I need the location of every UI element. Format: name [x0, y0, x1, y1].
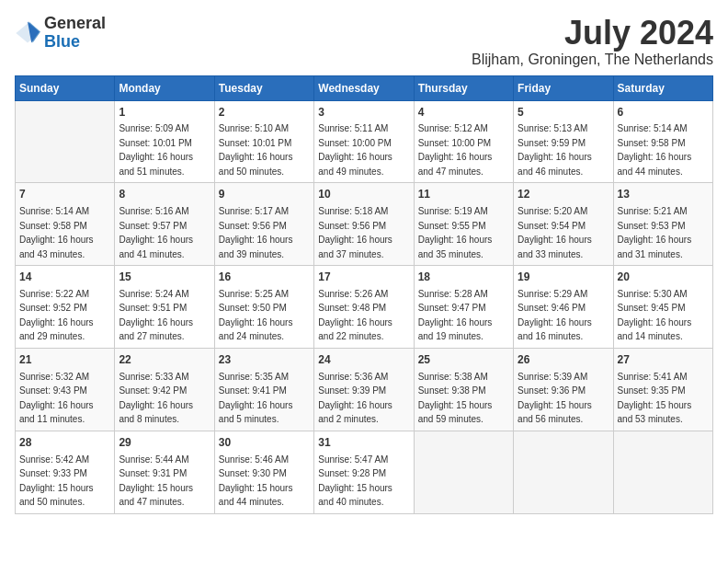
day-cell: 3Sunrise: 5:11 AMSunset: 10:00 PMDayligh… [314, 100, 414, 183]
day-info: Sunrise: 5:30 AMSunset: 9:45 PMDaylight:… [618, 289, 692, 342]
day-info: Sunrise: 5:14 AMSunset: 9:58 PMDaylight:… [19, 206, 94, 259]
day-number: 18 [418, 270, 509, 285]
header-day-thursday: Thursday [414, 75, 513, 100]
day-number: 25 [418, 352, 509, 368]
logo-text-group: General Blue [44, 15, 106, 52]
day-cell [514, 431, 613, 513]
day-number: 19 [518, 270, 609, 285]
day-info: Sunrise: 5:14 AMSunset: 9:58 PMDaylight:… [618, 123, 692, 177]
day-cell: 25Sunrise: 5:38 AMSunset: 9:38 PMDayligh… [414, 348, 513, 431]
header-day-monday: Monday [115, 75, 214, 100]
day-info: Sunrise: 5:29 AMSunset: 9:46 PMDaylight:… [518, 289, 592, 342]
day-number: 8 [119, 187, 210, 202]
day-number: 9 [219, 187, 310, 202]
day-number: 6 [618, 105, 709, 121]
day-number: 26 [518, 352, 609, 368]
day-number: 14 [19, 270, 110, 285]
day-number: 17 [318, 270, 409, 285]
day-number: 22 [119, 352, 210, 368]
day-info: Sunrise: 5:25 AMSunset: 9:50 PMDaylight:… [219, 289, 293, 342]
day-info: Sunrise: 5:46 AMSunset: 9:30 PMDaylight:… [219, 454, 293, 508]
day-info: Sunrise: 5:16 AMSunset: 9:57 PMDaylight:… [119, 206, 193, 259]
header-day-sunday: Sunday [16, 75, 115, 100]
day-cell: 16Sunrise: 5:25 AMSunset: 9:50 PMDayligh… [214, 266, 313, 349]
day-number: 21 [19, 352, 110, 368]
day-cell: 6Sunrise: 5:14 AMSunset: 9:58 PMDaylight… [613, 100, 712, 183]
day-cell: 7Sunrise: 5:14 AMSunset: 9:58 PMDaylight… [16, 183, 115, 266]
day-cell: 11Sunrise: 5:19 AMSunset: 9:55 PMDayligh… [414, 183, 513, 266]
header-day-saturday: Saturday [613, 75, 712, 100]
day-info: Sunrise: 5:12 AMSunset: 10:00 PMDaylight… [418, 123, 493, 177]
day-cell: 12Sunrise: 5:20 AMSunset: 9:54 PMDayligh… [514, 183, 613, 266]
day-info: Sunrise: 5:33 AMSunset: 9:42 PMDaylight:… [119, 372, 193, 425]
logo-general: General [44, 14, 106, 32]
day-number: 28 [19, 435, 110, 451]
day-cell: 1Sunrise: 5:09 AMSunset: 10:01 PMDayligh… [115, 100, 214, 183]
day-cell [16, 100, 115, 183]
header-day-friday: Friday [514, 75, 613, 100]
day-cell: 28Sunrise: 5:42 AMSunset: 9:33 PMDayligh… [16, 431, 115, 513]
day-cell: 21Sunrise: 5:32 AMSunset: 9:43 PMDayligh… [16, 348, 115, 431]
day-info: Sunrise: 5:11 AMSunset: 10:00 PMDaylight… [318, 123, 392, 177]
day-cell: 15Sunrise: 5:24 AMSunset: 9:51 PMDayligh… [115, 266, 214, 349]
day-cell: 9Sunrise: 5:17 AMSunset: 9:56 PMDaylight… [214, 183, 313, 266]
day-cell: 17Sunrise: 5:26 AMSunset: 9:48 PMDayligh… [314, 266, 414, 349]
day-cell: 10Sunrise: 5:18 AMSunset: 9:56 PMDayligh… [314, 183, 414, 266]
day-cell [613, 431, 712, 513]
title-area: July 2024 Blijham, Groningen, The Nether… [472, 15, 713, 68]
day-info: Sunrise: 5:21 AMSunset: 9:53 PMDaylight:… [618, 206, 692, 259]
header-day-tuesday: Tuesday [214, 75, 313, 100]
calendar-table: SundayMondayTuesdayWednesdayThursdayFrid… [15, 75, 713, 514]
day-number: 4 [418, 105, 509, 121]
header-row: SundayMondayTuesdayWednesdayThursdayFrid… [16, 75, 713, 100]
day-cell: 18Sunrise: 5:28 AMSunset: 9:47 PMDayligh… [414, 266, 513, 349]
day-number: 12 [518, 187, 609, 202]
day-number: 23 [219, 352, 310, 368]
day-cell: 31Sunrise: 5:47 AMSunset: 9:28 PMDayligh… [314, 431, 414, 513]
day-info: Sunrise: 5:17 AMSunset: 9:56 PMDaylight:… [219, 206, 293, 259]
day-cell: 2Sunrise: 5:10 AMSunset: 10:01 PMDayligh… [214, 100, 313, 183]
day-number: 2 [219, 105, 310, 121]
day-number: 24 [318, 352, 409, 368]
day-info: Sunrise: 5:41 AMSunset: 9:35 PMDaylight:… [618, 372, 692, 425]
day-number: 29 [119, 435, 210, 451]
day-cell: 20Sunrise: 5:30 AMSunset: 9:45 PMDayligh… [613, 266, 712, 349]
day-cell: 22Sunrise: 5:33 AMSunset: 9:42 PMDayligh… [115, 348, 214, 431]
day-info: Sunrise: 5:19 AMSunset: 9:55 PMDaylight:… [418, 206, 493, 259]
calendar-body: 1Sunrise: 5:09 AMSunset: 10:01 PMDayligh… [16, 100, 713, 513]
day-cell: 5Sunrise: 5:13 AMSunset: 9:59 PMDaylight… [514, 100, 613, 183]
day-number: 16 [219, 270, 310, 285]
day-info: Sunrise: 5:24 AMSunset: 9:51 PMDaylight:… [119, 289, 193, 342]
day-number: 15 [119, 270, 210, 285]
day-number: 13 [618, 187, 709, 202]
day-cell: 26Sunrise: 5:39 AMSunset: 9:36 PMDayligh… [514, 348, 613, 431]
day-cell: 24Sunrise: 5:36 AMSunset: 9:39 PMDayligh… [314, 348, 414, 431]
day-number: 5 [518, 105, 609, 121]
day-info: Sunrise: 5:39 AMSunset: 9:36 PMDaylight:… [518, 372, 592, 425]
day-info: Sunrise: 5:09 AMSunset: 10:01 PMDaylight… [119, 123, 193, 177]
day-number: 1 [119, 105, 210, 121]
header-day-wednesday: Wednesday [314, 75, 414, 100]
logo-blue: Blue [44, 32, 80, 51]
day-info: Sunrise: 5:32 AMSunset: 9:43 PMDaylight:… [19, 372, 94, 425]
day-number: 7 [19, 187, 110, 202]
day-number: 10 [318, 187, 409, 202]
day-cell: 27Sunrise: 5:41 AMSunset: 9:35 PMDayligh… [613, 348, 712, 431]
week-row-3: 14Sunrise: 5:22 AMSunset: 9:52 PMDayligh… [16, 266, 713, 349]
day-cell: 30Sunrise: 5:46 AMSunset: 9:30 PMDayligh… [214, 431, 313, 513]
day-number: 11 [418, 187, 509, 202]
day-cell: 13Sunrise: 5:21 AMSunset: 9:53 PMDayligh… [613, 183, 712, 266]
day-info: Sunrise: 5:22 AMSunset: 9:52 PMDaylight:… [19, 289, 94, 342]
day-info: Sunrise: 5:36 AMSunset: 9:39 PMDaylight:… [318, 372, 392, 425]
day-number: 3 [318, 105, 409, 121]
day-info: Sunrise: 5:38 AMSunset: 9:38 PMDaylight:… [418, 372, 493, 425]
month-title: July 2024 [472, 15, 713, 52]
day-info: Sunrise: 5:42 AMSunset: 9:33 PMDaylight:… [19, 454, 94, 508]
header: General Blue July 2024 Blijham, Groninge… [15, 15, 713, 68]
day-info: Sunrise: 5:18 AMSunset: 9:56 PMDaylight:… [318, 206, 392, 259]
day-info: Sunrise: 5:26 AMSunset: 9:48 PMDaylight:… [318, 289, 392, 342]
day-info: Sunrise: 5:20 AMSunset: 9:54 PMDaylight:… [518, 206, 592, 259]
calendar-header: SundayMondayTuesdayWednesdayThursdayFrid… [16, 75, 713, 100]
day-info: Sunrise: 5:28 AMSunset: 9:47 PMDaylight:… [418, 289, 493, 342]
day-cell: 29Sunrise: 5:44 AMSunset: 9:31 PMDayligh… [115, 431, 214, 513]
